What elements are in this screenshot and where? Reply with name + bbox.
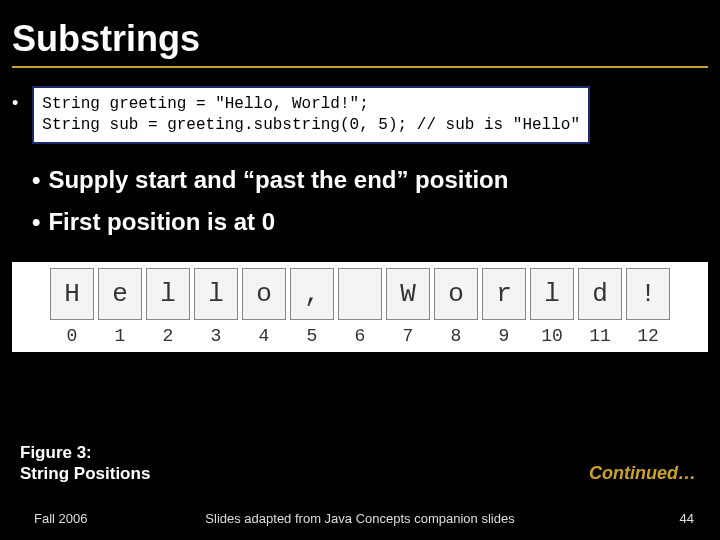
char-cell: d <box>578 268 622 320</box>
char-cell: W <box>386 268 430 320</box>
char-row: H e l l o , W o r l d ! <box>50 268 670 320</box>
bullet-2: •First position is at 0 <box>32 208 708 236</box>
slide-footer: Fall 2006 Slides adapted from Java Conce… <box>0 511 720 526</box>
index-row: 0 1 2 3 4 5 6 7 8 9 10 11 12 <box>50 326 670 346</box>
index-cell: 3 <box>194 326 238 346</box>
index-cell: 6 <box>338 326 382 346</box>
bullet-1: •Supply start and “past the end” positio… <box>32 166 708 194</box>
char-cell: l <box>194 268 238 320</box>
footer-center: Slides adapted from Java Concepts compan… <box>0 511 720 526</box>
string-positions-diagram: H e l l o , W o r l d ! 0 1 2 3 4 5 6 7 … <box>12 262 708 352</box>
index-cell: 8 <box>434 326 478 346</box>
char-cell: H <box>50 268 94 320</box>
code-box: String greeting = "Hello, World!"; Strin… <box>32 86 590 144</box>
char-cell: o <box>242 268 286 320</box>
index-cell: 11 <box>578 326 622 346</box>
char-cell: ! <box>626 268 670 320</box>
char-cell: r <box>482 268 526 320</box>
index-cell: 9 <box>482 326 526 346</box>
char-cell: l <box>530 268 574 320</box>
figure-caption-line2: String Positions <box>20 463 150 484</box>
char-cell <box>338 268 382 320</box>
code-bullet-row: • String greeting = "Hello, World!"; Str… <box>12 86 708 144</box>
slide-title: Substrings <box>12 18 708 60</box>
figure-caption-line1: Figure 3: <box>20 442 150 463</box>
index-cell: 0 <box>50 326 94 346</box>
code-line-1: String greeting = "Hello, World!"; <box>42 95 368 113</box>
index-cell: 2 <box>146 326 190 346</box>
title-divider <box>12 66 708 68</box>
index-cell: 4 <box>242 326 286 346</box>
index-cell: 5 <box>290 326 334 346</box>
code-line-2: String sub = greeting.substring(0, 5); /… <box>42 116 580 134</box>
bullet-dot: • <box>12 94 18 112</box>
index-cell: 12 <box>626 326 670 346</box>
continued-label: Continued… <box>589 463 696 484</box>
index-cell: 10 <box>530 326 574 346</box>
char-cell: , <box>290 268 334 320</box>
slide: Substrings • String greeting = "Hello, W… <box>0 0 720 540</box>
bullet-2-text: First position is at 0 <box>48 208 275 235</box>
char-cell: e <box>98 268 142 320</box>
figure-caption: Figure 3: String Positions <box>20 442 150 485</box>
bullet-1-text: Supply start and “past the end” position <box>48 166 508 193</box>
char-cell: o <box>434 268 478 320</box>
char-cell: l <box>146 268 190 320</box>
index-cell: 1 <box>98 326 142 346</box>
index-cell: 7 <box>386 326 430 346</box>
